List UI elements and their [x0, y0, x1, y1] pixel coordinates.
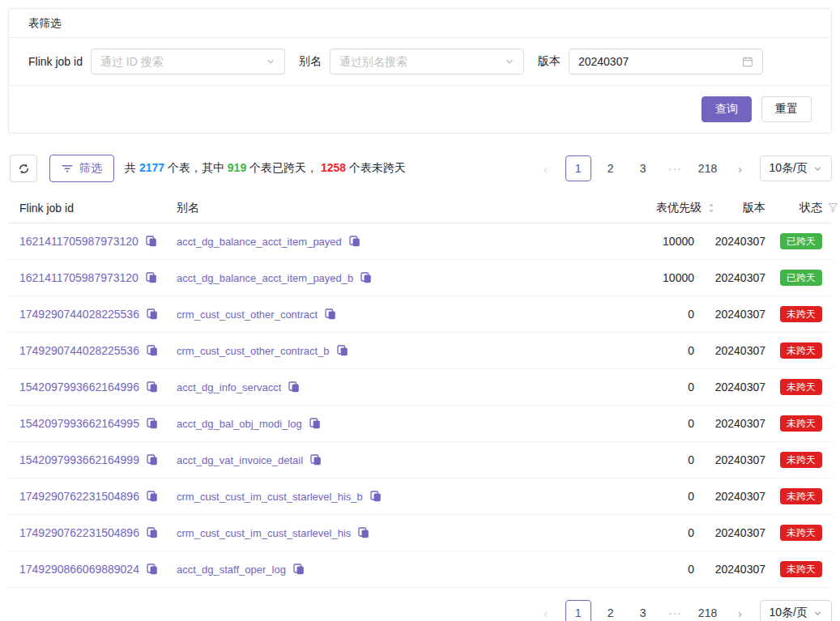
flink-job-id-link[interactable]: 1749290744028225536	[19, 308, 139, 321]
copy-icon[interactable]	[146, 272, 157, 283]
copy-icon[interactable]	[310, 454, 322, 466]
alias-input[interactable]	[339, 55, 505, 68]
filter-toggle-button[interactable]: 筛选	[49, 155, 114, 182]
copy-icon[interactable]	[349, 236, 360, 247]
chevron-left-icon[interactable]: ‹	[533, 600, 559, 621]
flink-job-id-link[interactable]: 1542097993662164996	[19, 381, 139, 393]
priority-value: 0	[573, 308, 694, 321]
page-button-3[interactable]: 3	[630, 600, 656, 621]
page-button-last[interactable]: 218	[695, 600, 721, 621]
status-badge: 未跨天	[780, 525, 822, 541]
copy-icon[interactable]	[147, 345, 158, 356]
tables-table: Flink job id 别名 表优先级 版本 状态 1621411705987…	[8, 193, 832, 588]
refresh-icon	[18, 163, 30, 175]
page-button-3[interactable]: 3	[630, 155, 656, 181]
query-button[interactable]: 查询	[701, 96, 752, 122]
copy-icon[interactable]	[147, 527, 158, 538]
version-value: 20240307	[694, 308, 765, 321]
header-status[interactable]: 状态	[765, 201, 822, 215]
alias-link[interactable]: acct_dg_info_servacct	[177, 381, 281, 393]
alias-link[interactable]: crm_cust_cust_other_contract	[177, 308, 318, 321]
page-button-1[interactable]: 1	[565, 155, 591, 181]
version-value: 20240307	[694, 417, 765, 430]
alias-link[interactable]: acct_dg_balance_acct_item_payed_b	[177, 272, 353, 284]
chevron-left-icon[interactable]: ‹	[533, 155, 559, 181]
flink-job-id-link[interactable]: 1621411705987973120	[19, 235, 139, 248]
version-label: 版本	[538, 54, 561, 69]
version-date-input[interactable]	[578, 55, 742, 68]
flink-job-id-link[interactable]: 1749290744028225536	[19, 344, 139, 357]
flink-job-id-link[interactable]: 1749290762231504896	[19, 526, 139, 539]
table-row: 1749290762231504896 crm_cust_cust_im_cus…	[8, 515, 832, 551]
copy-icon[interactable]	[147, 564, 158, 575]
copy-icon[interactable]	[147, 381, 158, 393]
alias-link[interactable]: crm_cust_cust_im_cust_starlevel_his	[177, 527, 351, 539]
reset-button[interactable]: 重置	[761, 96, 812, 122]
copy-icon[interactable]	[147, 308, 158, 320]
status-badge: 未跨天	[780, 488, 822, 504]
flink-job-id-link[interactable]: 1621411705987973120	[19, 271, 139, 284]
copy-icon[interactable]	[288, 381, 300, 393]
chevron-right-icon[interactable]: ›	[727, 600, 753, 621]
table-summary: 共 2177 个表，其中 919 个表已跨天， 1258 个表未跨天	[125, 161, 406, 176]
table-row: 1621411705987973120 acct_dg_balance_acct…	[8, 260, 832, 296]
version-value: 20240307	[694, 235, 765, 248]
priority-value: 0	[573, 563, 694, 576]
chevron-down-icon	[505, 57, 514, 66]
version-value: 20240307	[694, 381, 765, 393]
header-version: 版本	[694, 201, 765, 215]
flink-job-id-link[interactable]: 1542097993662164995	[19, 417, 139, 430]
filter-actions-row: 查询 重置	[9, 85, 831, 133]
copy-icon[interactable]	[325, 308, 336, 320]
copy-icon[interactable]	[147, 418, 158, 429]
alias-link[interactable]: crm_cust_cust_other_contract_b	[177, 345, 330, 357]
flink-job-id-select[interactable]	[91, 49, 285, 74]
flink-job-id-input[interactable]	[100, 55, 266, 68]
version-date-picker[interactable]	[569, 49, 763, 74]
filter-card: 表筛选 Flink job id 别名 版本	[8, 8, 832, 134]
header-alias: 别名	[177, 201, 573, 215]
funnel-icon[interactable]	[828, 202, 838, 213]
chevron-down-icon	[266, 57, 275, 66]
page-button-last[interactable]: 218	[695, 155, 721, 181]
table-row: 1542097993662164996 acct_dg_info_servacc…	[8, 369, 832, 406]
copy-icon[interactable]	[146, 236, 157, 247]
flink-job-id-link[interactable]: 1542097993662164999	[19, 453, 139, 466]
table-row: 1749290866069889024 acct_dg_staff_oper_l…	[8, 551, 832, 588]
alias-link[interactable]: acct_dg_staff_oper_log	[177, 564, 286, 576]
header-priority[interactable]: 表优先级	[573, 201, 694, 215]
copy-icon[interactable]	[309, 418, 321, 429]
chevron-right-icon[interactable]: ›	[727, 155, 753, 181]
copy-icon[interactable]	[337, 345, 348, 356]
page-button-2[interactable]: 2	[598, 155, 624, 181]
calendar-icon	[742, 56, 753, 67]
page-button-2[interactable]: 2	[598, 600, 624, 621]
copy-icon[interactable]	[293, 564, 305, 575]
status-badge: 已跨天	[780, 270, 822, 286]
bottom-bar: ‹ 1 2 3 ··· 218 › 10条/页	[8, 600, 832, 621]
filter-card-title: 表筛选	[9, 9, 831, 38]
header-flink-job-id: Flink job id	[8, 202, 177, 215]
copy-icon[interactable]	[360, 272, 372, 283]
flink-job-id-link[interactable]: 1749290762231504896	[19, 490, 139, 503]
alias-link[interactable]: acct_dg_vat_invoice_detail	[177, 454, 303, 466]
copy-icon[interactable]	[358, 527, 369, 538]
refresh-button[interactable]	[10, 155, 37, 182]
alias-link[interactable]: crm_cust_cust_im_cust_starlevel_his_b	[177, 491, 363, 503]
copy-icon[interactable]	[147, 491, 158, 502]
alias-link[interactable]: acct_dg_bal_obj_modi_log	[177, 418, 302, 430]
copy-icon[interactable]	[370, 491, 382, 502]
page-size-select[interactable]: 10条/页	[760, 600, 832, 621]
version-value: 20240307	[694, 271, 765, 284]
status-badge: 未跨天	[780, 342, 822, 359]
alias-select[interactable]	[330, 49, 524, 74]
version-value: 20240307	[694, 526, 765, 539]
page-ellipsis[interactable]: ···	[663, 155, 689, 181]
page-ellipsis[interactable]: ···	[663, 600, 689, 621]
page-button-1[interactable]: 1	[565, 600, 591, 621]
alias-link[interactable]: acct_dg_balance_acct_item_payed	[177, 236, 342, 248]
copy-icon[interactable]	[147, 454, 158, 466]
page-size-select[interactable]: 10条/页	[760, 155, 832, 181]
flink-job-id-link[interactable]: 1749290866069889024	[19, 563, 139, 576]
total-count: 2177	[139, 161, 164, 174]
